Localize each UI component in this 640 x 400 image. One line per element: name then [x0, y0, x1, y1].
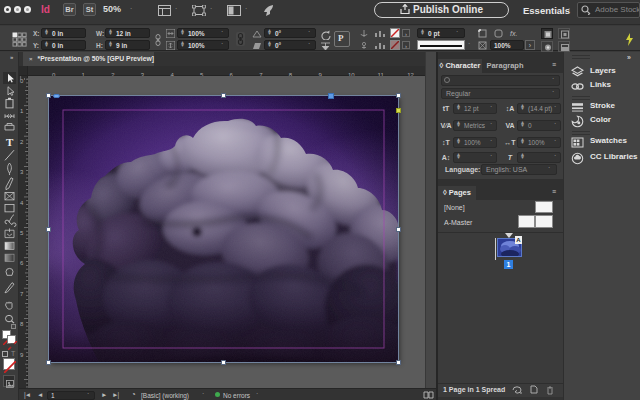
svg-text:1: 1	[20, 108, 24, 114]
svg-text:5: 5	[20, 230, 24, 236]
svg-text:2: 2	[20, 139, 24, 145]
svg-text:8: 8	[20, 321, 24, 327]
svg-text:4: 4	[20, 200, 24, 206]
svg-text:3: 3	[20, 169, 24, 175]
svg-text:7: 7	[20, 291, 24, 297]
svg-text:T: T	[6, 137, 13, 148]
svg-text:0: 0	[20, 78, 24, 84]
svg-text:9: 9	[20, 352, 24, 358]
svg-text:6: 6	[20, 260, 24, 266]
